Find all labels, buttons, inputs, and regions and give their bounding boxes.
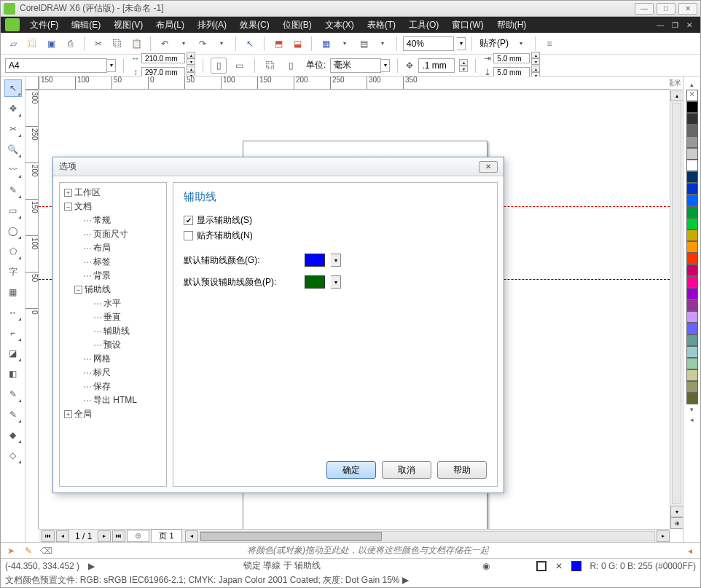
- outline-swatch-icon[interactable]: [536, 561, 547, 571]
- ellipse-tool-icon[interactable]: ◯: [4, 222, 22, 240]
- text-tool-icon[interactable]: 字: [4, 263, 22, 281]
- shape-tool-icon[interactable]: ✥: [4, 100, 22, 117]
- tree-layout[interactable]: ⋯布局: [61, 241, 165, 255]
- menu-text[interactable]: 文本(X): [319, 17, 360, 34]
- color-swatch[interactable]: [686, 160, 698, 171]
- menu-view[interactable]: 视图(V): [108, 17, 149, 34]
- tree-vertical[interactable]: ⋯垂直: [61, 310, 165, 324]
- snap-label[interactable]: 贴齐(P): [478, 37, 510, 50]
- new-icon[interactable]: ▱: [5, 36, 21, 52]
- rectangle-tool-icon[interactable]: ▭: [4, 202, 22, 219]
- color-swatch[interactable]: [686, 334, 698, 346]
- tree-global[interactable]: +全局: [61, 407, 165, 421]
- tree-label[interactable]: ⋯标签: [61, 255, 165, 269]
- transparency-tool-icon[interactable]: ◧: [4, 365, 22, 383]
- dialog-titlebar[interactable]: 选项 ✕: [53, 157, 504, 176]
- scroll-right-icon[interactable]: ▸: [657, 530, 670, 542]
- minimize-button[interactable]: —: [635, 3, 654, 15]
- dup-x-input[interactable]: [493, 53, 530, 63]
- publish-dd-icon[interactable]: ▾: [337, 36, 353, 52]
- color-swatch[interactable]: [686, 358, 698, 369]
- tree-rulers[interactable]: ⋯标尺: [61, 366, 165, 380]
- help-button[interactable]: 帮助: [437, 461, 487, 479]
- menu-help[interactable]: 帮助(H): [491, 17, 533, 34]
- paste-icon[interactable]: 📋: [128, 36, 144, 52]
- dup-y-input[interactable]: [493, 67, 530, 77]
- tree-guides[interactable]: −辅助线: [61, 283, 165, 297]
- page-tab-1[interactable]: 页 1: [151, 529, 181, 542]
- color-swatch[interactable]: [686, 241, 698, 253]
- menu-edit[interactable]: 编辑(E): [66, 17, 106, 34]
- tree-general[interactable]: ⋯常规: [61, 213, 165, 227]
- smart-tool-icon[interactable]: ✎: [4, 181, 22, 199]
- import-icon[interactable]: ⬒: [270, 36, 286, 52]
- snap-guides-checkbox[interactable]: [184, 231, 193, 240]
- add-page-button[interactable]: ⊕: [127, 530, 149, 542]
- color-swatch[interactable]: [686, 195, 698, 206]
- palette-flyout-icon[interactable]: ◂: [686, 415, 698, 425]
- paper-size-combo[interactable]: [5, 58, 107, 73]
- all-pages-icon[interactable]: ⿻: [262, 58, 278, 74]
- width-spin-down[interactable]: ▾: [187, 58, 195, 65]
- first-page-icon[interactable]: ⏮: [42, 530, 55, 542]
- dupy-up[interactable]: ▴: [531, 66, 540, 72]
- tree-background[interactable]: ⋯背景: [61, 269, 165, 283]
- scroll-down-icon[interactable]: ▾: [670, 506, 683, 517]
- cut-icon[interactable]: ✂: [90, 36, 106, 52]
- show-guides-checkbox[interactable]: ✔: [184, 216, 193, 225]
- color-swatch[interactable]: [686, 125, 698, 136]
- flyout-icon[interactable]: ◂: [684, 545, 696, 557]
- palette-down-icon[interactable]: ▾: [686, 404, 698, 415]
- landscape-icon[interactable]: ▭: [231, 58, 247, 74]
- zoom-combo[interactable]: [403, 36, 454, 51]
- brush-icon[interactable]: ✎: [23, 545, 34, 557]
- menu-window[interactable]: 窗口(W): [446, 17, 489, 34]
- interactive-fill-icon[interactable]: ◇: [4, 447, 22, 464]
- app-dd-icon[interactable]: ▾: [375, 36, 391, 52]
- copy-icon[interactable]: ⿻: [109, 36, 125, 52]
- maximize-button[interactable]: □: [657, 3, 675, 15]
- color-swatch[interactable]: [686, 276, 698, 288]
- scrollbar-horizontal[interactable]: [200, 531, 655, 541]
- color-swatch[interactable]: [686, 369, 698, 381]
- swatch-none[interactable]: [686, 90, 698, 101]
- color-swatch[interactable]: [686, 346, 698, 358]
- eyedropper-tool-icon[interactable]: ✎: [4, 385, 22, 403]
- save-icon[interactable]: ▣: [43, 36, 59, 52]
- outline-tool-icon[interactable]: ✎: [4, 406, 22, 423]
- nudge-input[interactable]: [418, 58, 455, 73]
- ruler-corner[interactable]: [26, 77, 39, 90]
- menu-file[interactable]: 文件(F): [24, 17, 64, 34]
- menu-bitmap[interactable]: 位图(B): [277, 17, 318, 34]
- paper-dd-icon[interactable]: ▾: [107, 59, 116, 72]
- ok-button[interactable]: 确定: [326, 461, 376, 479]
- status-expand-icon[interactable]: ▶: [88, 561, 95, 571]
- connector-tool-icon[interactable]: ⌐: [4, 324, 22, 342]
- last-page-icon[interactable]: ⏭: [112, 530, 125, 542]
- delete-icon[interactable]: ⌫: [40, 545, 52, 557]
- publish-icon[interactable]: ▦: [318, 36, 334, 52]
- menu-table[interactable]: 表格(T): [361, 17, 402, 34]
- dupx-down[interactable]: ▾: [531, 58, 540, 65]
- close-button[interactable]: ✕: [678, 3, 697, 15]
- mdi-minimize-button[interactable]: —: [654, 21, 667, 29]
- table-tool-icon[interactable]: ▦: [4, 283, 22, 301]
- menu-layout[interactable]: 布局(L): [150, 17, 190, 34]
- export-icon[interactable]: ⬓: [289, 36, 305, 52]
- color-swatch[interactable]: [686, 218, 698, 230]
- height-spin-up[interactable]: ▴: [187, 66, 195, 72]
- tree-presets[interactable]: ⋯预设: [61, 338, 165, 352]
- snap-dd-icon[interactable]: ▾: [513, 36, 529, 52]
- freehand-tool-icon[interactable]: 〰: [4, 161, 22, 179]
- arrow-icon[interactable]: ➤: [5, 545, 17, 557]
- color-swatch[interactable]: [686, 381, 698, 393]
- next-page-icon[interactable]: ▸: [98, 530, 111, 542]
- undo-dropdown-icon[interactable]: ▾: [176, 36, 192, 52]
- default-color-dd-icon[interactable]: ▾: [331, 254, 341, 267]
- crop-tool-icon[interactable]: ✂: [4, 120, 22, 138]
- search-icon[interactable]: ↖: [242, 36, 258, 52]
- pick-tool-icon[interactable]: ↖: [4, 79, 22, 97]
- color-swatch[interactable]: [686, 183, 698, 195]
- units-combo[interactable]: [330, 58, 381, 73]
- color-swatch[interactable]: [686, 148, 698, 160]
